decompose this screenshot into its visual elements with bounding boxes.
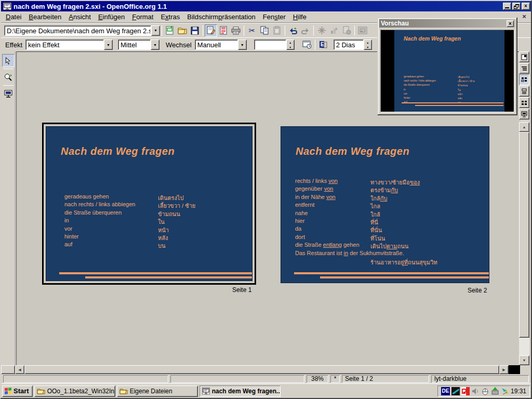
volume-tray-icon[interactable] <box>471 387 480 395</box>
window-title: nach dem Weg fragen 2.sxi - OpenOffice.o… <box>14 3 167 10</box>
status-pane <box>3 375 168 383</box>
preview-body: Nach dem Weg fragen geradeaus gehenเดินต… <box>380 30 514 112</box>
resize-corner[interactable] <box>520 365 531 374</box>
spin-down-icon: ▼ <box>364 45 371 49</box>
menu-bearbeiten[interactable]: Bearbeiten <box>25 12 65 22</box>
slide-thumbnail-2[interactable]: Nach dem Weg fragen rechts / links vonทา… <box>281 126 489 283</box>
scroll-down-icon[interactable]: ▼ <box>519 355 529 365</box>
slide-view-button[interactable] <box>519 74 529 85</box>
layout-indicator[interactable]: lyt-darkblue <box>431 375 529 383</box>
dias-spinner[interactable]: 2 Dias ▲▼ <box>334 39 372 50</box>
print-icon[interactable] <box>230 24 242 37</box>
zoom-icon[interactable] <box>2 71 15 84</box>
menu-datei[interactable]: Datei <box>2 12 25 22</box>
insert-icon[interactable] <box>328 24 340 37</box>
undo-icon[interactable] <box>287 24 299 37</box>
cut-icon[interactable]: ✂ <box>246 24 258 37</box>
start-button[interactable]: Start <box>2 385 33 397</box>
zoom-level[interactable]: 38% <box>307 375 328 383</box>
close-document-icon[interactable]: × <box>521 13 528 20</box>
menu-ansicht[interactable]: Ansicht <box>65 12 95 22</box>
taskbar-button-label: nach dem Weg fragen... <box>212 388 281 395</box>
presentation-icon[interactable] <box>2 87 15 100</box>
spin-up-icon: ▲ <box>364 40 371 45</box>
wechsel-value: Manuell <box>195 39 238 50</box>
spin-down-icon: ▼ <box>287 45 294 49</box>
wechsel-label: Wechsel <box>166 41 192 49</box>
wechsel-combobox[interactable]: Manuell ▼ <box>195 39 247 50</box>
system-tray: DE 19:31 <box>437 385 530 397</box>
scroll-up-icon[interactable]: ▲ <box>519 122 529 132</box>
horizontal-scrollbar-thumb[interactable] <box>24 365 499 374</box>
slide-body: geradeaus gehenเดินตรงไปnach rechts / li… <box>46 193 252 249</box>
open-icon[interactable] <box>176 24 189 37</box>
window-edge <box>509 365 520 374</box>
scrollbar-corner-box <box>1 365 15 374</box>
notes-view-button[interactable] <box>519 86 529 97</box>
gallery-icon[interactable] <box>356 24 369 37</box>
close-button[interactable]: × <box>522 3 530 10</box>
navigator-icon[interactable] <box>315 24 328 37</box>
menu-format[interactable]: Format <box>128 12 157 22</box>
scroll-left-icon[interactable]: ◀ <box>15 365 24 374</box>
taskbar-button[interactable]: Eigene Dateien <box>117 385 198 397</box>
page-label-2: Seite 2 <box>468 287 487 294</box>
effects-window-icon[interactable]: E <box>317 38 329 51</box>
scroll-right-icon[interactable]: ▶ <box>499 365 509 374</box>
vertical-scrollbar-thumb[interactable] <box>519 132 529 338</box>
copy-icon[interactable] <box>258 24 271 37</box>
new-presentation-icon[interactable] <box>164 24 176 37</box>
preview-window[interactable]: Vorschau × Nach dem Weg fragen geradeaus… <box>377 17 517 115</box>
horizontal-scrollbar[interactable]: ◀ ▶ <box>15 365 509 374</box>
chevron-down-icon[interactable]: ▼ <box>151 25 160 36</box>
page-indicator[interactable]: Seite 1 / 2 <box>342 375 429 383</box>
file-url-value[interactable]: D:\Eigene Dokumente\nach dem Weg fragen … <box>4 25 151 36</box>
slide-thumbnail-1[interactable]: Nach dem Weg fragen geradeaus gehenเดินต… <box>46 126 252 281</box>
clock[interactable]: 19:31 <box>511 388 526 395</box>
restore-button[interactable] <box>512 3 521 10</box>
menu-einfgen[interactable]: Einfügen <box>95 12 128 22</box>
menu-bildschirmprsentation[interactable]: Bildschirmpräsentation <box>183 12 259 22</box>
slide-accent-line <box>402 102 503 103</box>
preview-close-icon[interactable]: × <box>507 20 514 27</box>
edit-file-icon[interactable] <box>205 24 217 37</box>
slide-accent-line <box>415 105 503 106</box>
time-spinner[interactable]: ▲▼ <box>254 39 295 50</box>
presentation-view-button[interactable] <box>519 109 529 119</box>
scheduler-tray-icon[interactable] <box>501 387 509 395</box>
impress-app-icon <box>3 3 11 10</box>
minimize-button[interactable] <box>503 3 511 10</box>
menu-fenster[interactable]: Fenster <box>259 12 289 22</box>
paste-icon[interactable] <box>271 24 283 37</box>
mouse-tray-icon[interactable] <box>481 387 489 395</box>
main-toolbar <box>1 51 16 365</box>
chevron-down-icon: ▼ <box>151 39 159 50</box>
application-window: nach dem Weg fragen 2.sxi - OpenOffice.o… <box>0 0 532 399</box>
outline-view-button[interactable] <box>519 63 529 74</box>
file-url-combobox[interactable]: D:\Eigene Dokumente\nach dem Weg fragen … <box>4 25 160 36</box>
drawing-view-button[interactable] <box>519 51 529 62</box>
slide-accent-line <box>85 276 252 278</box>
taskbar-button[interactable]: nach dem Weg fragen... <box>200 385 281 397</box>
keyboard-layout-indicator[interactable]: DE <box>441 387 450 395</box>
edit-points-icon[interactable] <box>340 24 353 37</box>
graphics-tray-icon[interactable] <box>451 387 460 395</box>
menu-hilfe[interactable]: Hilfe <box>289 12 310 22</box>
title-bar[interactable]: nach dem Weg fragen 2.sxi - OpenOffice.o… <box>1 1 531 11</box>
redo-icon[interactable] <box>299 24 312 37</box>
antivir-tray-icon[interactable] <box>461 387 470 395</box>
handout-view-button[interactable] <box>519 97 529 108</box>
taskbar: Start OOo_1.1beta2_Win32In...Eigene Date… <box>1 383 531 398</box>
taskbar-button[interactable]: OOo_1.1beta2_Win32In... <box>34 385 115 397</box>
select-arrow-icon[interactable] <box>2 54 15 67</box>
save-icon[interactable] <box>189 24 201 37</box>
speed-combobox[interactable]: Mittel ▼ <box>118 39 159 50</box>
preview-title-bar[interactable]: Vorschau × <box>379 19 515 28</box>
vertical-scrollbar[interactable]: ▲ ▼ <box>519 122 529 365</box>
export-pdf-icon[interactable] <box>217 24 230 37</box>
horizontal-scrollbar-row: ◀ ▶ <box>1 365 531 374</box>
slide-transition-icon[interactable] <box>301 38 313 51</box>
update-tray-icon[interactable] <box>491 387 499 395</box>
effekt-combobox[interactable]: kein Effekt ▼ <box>25 39 113 50</box>
menu-extras[interactable]: Extras <box>157 12 183 22</box>
